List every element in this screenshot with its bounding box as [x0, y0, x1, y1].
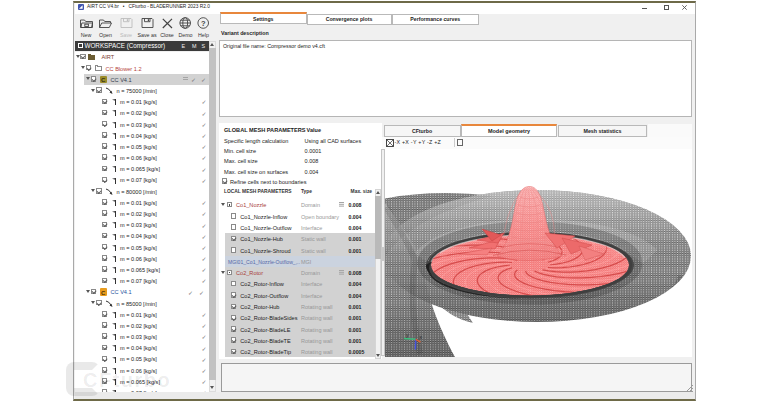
svg-text:?: ?: [201, 19, 206, 28]
